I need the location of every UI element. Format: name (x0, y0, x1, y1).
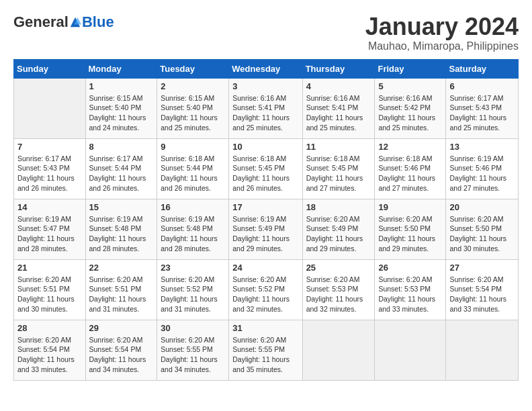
day-cell: 17Sunrise: 6:19 AMSunset: 5:49 PMDayligh… (229, 199, 302, 259)
week-row-5: 28Sunrise: 6:20 AMSunset: 5:54 PMDayligh… (14, 320, 519, 380)
day-number: 11 (306, 142, 371, 152)
calendar-table: SundayMondayTuesdayWednesdayThursdayFrid… (13, 59, 519, 381)
day-number: 18 (306, 202, 371, 212)
week-row-4: 21Sunrise: 6:20 AMSunset: 5:51 PMDayligh… (14, 259, 519, 320)
day-number: 9 (161, 142, 225, 152)
header-cell-monday: Monday (85, 59, 157, 78)
day-number: 12 (378, 142, 442, 152)
day-info: Sunrise: 6:20 AMSunset: 5:53 PMDaylight:… (378, 275, 442, 314)
day-cell: 14Sunrise: 6:19 AMSunset: 5:47 PMDayligh… (14, 199, 86, 259)
day-info: Sunrise: 6:19 AMSunset: 5:48 PMDaylight:… (89, 214, 154, 254)
header-cell-wednesday: Wednesday (229, 59, 302, 78)
day-number: 27 (449, 263, 515, 273)
day-number: 13 (449, 142, 515, 152)
day-cell: 21Sunrise: 6:20 AMSunset: 5:51 PMDayligh… (14, 259, 86, 320)
day-number: 21 (17, 263, 82, 273)
day-cell: 1Sunrise: 6:15 AMSunset: 5:40 PMDaylight… (85, 78, 157, 138)
day-cell: 20Sunrise: 6:20 AMSunset: 5:50 PMDayligh… (446, 199, 519, 259)
day-cell: 22Sunrise: 6:20 AMSunset: 5:51 PMDayligh… (85, 259, 157, 320)
logo-blue-text: Blue (82, 13, 114, 31)
header-cell-friday: Friday (375, 59, 446, 78)
day-cell: 31Sunrise: 6:20 AMSunset: 5:55 PMDayligh… (229, 320, 302, 380)
day-info: Sunrise: 6:17 AMSunset: 5:43 PMDaylight:… (449, 93, 515, 133)
day-info: Sunrise: 6:20 AMSunset: 5:50 PMDaylight:… (449, 214, 515, 254)
day-number: 1 (89, 81, 154, 91)
day-number: 3 (232, 81, 298, 91)
day-cell: 9Sunrise: 6:18 AMSunset: 5:44 PMDaylight… (157, 138, 229, 199)
day-number: 26 (378, 263, 442, 273)
day-cell (302, 320, 375, 380)
day-cell: 15Sunrise: 6:19 AMSunset: 5:48 PMDayligh… (85, 199, 157, 259)
day-cell: 30Sunrise: 6:20 AMSunset: 5:55 PMDayligh… (157, 320, 229, 380)
day-number: 16 (161, 202, 225, 212)
day-number: 5 (378, 81, 442, 91)
header-cell-thursday: Thursday (302, 59, 375, 78)
header-cell-tuesday: Tuesday (157, 59, 229, 78)
day-info: Sunrise: 6:20 AMSunset: 5:52 PMDaylight:… (161, 275, 225, 314)
day-cell: 2Sunrise: 6:15 AMSunset: 5:40 PMDaylight… (157, 78, 229, 138)
day-info: Sunrise: 6:18 AMSunset: 5:45 PMDaylight:… (306, 154, 371, 193)
day-number: 28 (17, 323, 82, 333)
logo-general-text: General (13, 13, 69, 31)
day-number: 4 (306, 81, 371, 91)
day-cell: 8Sunrise: 6:17 AMSunset: 5:44 PMDaylight… (85, 138, 157, 199)
day-info: Sunrise: 6:19 AMSunset: 5:46 PMDaylight:… (449, 154, 515, 193)
day-info: Sunrise: 6:18 AMSunset: 5:45 PMDaylight:… (232, 154, 298, 193)
day-number: 20 (449, 202, 515, 212)
day-cell: 10Sunrise: 6:18 AMSunset: 5:45 PMDayligh… (229, 138, 302, 199)
day-info: Sunrise: 6:20 AMSunset: 5:55 PMDaylight:… (161, 335, 225, 375)
day-info: Sunrise: 6:17 AMSunset: 5:44 PMDaylight:… (89, 154, 154, 193)
day-cell: 4Sunrise: 6:16 AMSunset: 5:41 PMDaylight… (302, 78, 375, 138)
day-info: Sunrise: 6:16 AMSunset: 5:41 PMDaylight:… (306, 93, 371, 133)
day-cell: 16Sunrise: 6:19 AMSunset: 5:48 PMDayligh… (157, 199, 229, 259)
day-number: 7 (17, 142, 82, 152)
day-info: Sunrise: 6:16 AMSunset: 5:42 PMDaylight:… (378, 93, 442, 133)
day-cell (446, 320, 519, 380)
day-cell (14, 78, 86, 138)
day-number: 14 (17, 202, 82, 212)
calendar-body: 1Sunrise: 6:15 AMSunset: 5:40 PMDaylight… (14, 78, 519, 380)
day-cell: 18Sunrise: 6:20 AMSunset: 5:49 PMDayligh… (302, 199, 375, 259)
day-cell (375, 320, 446, 380)
header-cell-sunday: Sunday (14, 59, 86, 78)
day-number: 19 (378, 202, 442, 212)
header-cell-saturday: Saturday (446, 59, 519, 78)
location-subtitle: Mauhao, Mimaropa, Philippines (365, 40, 519, 52)
day-cell: 24Sunrise: 6:20 AMSunset: 5:52 PMDayligh… (229, 259, 302, 320)
week-row-2: 7Sunrise: 6:17 AMSunset: 5:43 PMDaylight… (14, 138, 519, 199)
calendar-header: SundayMondayTuesdayWednesdayThursdayFrid… (14, 59, 519, 78)
day-cell: 5Sunrise: 6:16 AMSunset: 5:42 PMDaylight… (375, 78, 446, 138)
day-info: Sunrise: 6:20 AMSunset: 5:55 PMDaylight:… (232, 335, 298, 375)
day-cell: 19Sunrise: 6:20 AMSunset: 5:50 PMDayligh… (375, 199, 446, 259)
day-number: 24 (232, 263, 298, 273)
day-cell: 28Sunrise: 6:20 AMSunset: 5:54 PMDayligh… (14, 320, 86, 380)
day-number: 30 (161, 323, 225, 333)
day-info: Sunrise: 6:20 AMSunset: 5:54 PMDaylight:… (449, 275, 515, 314)
day-cell: 29Sunrise: 6:20 AMSunset: 5:54 PMDayligh… (85, 320, 157, 380)
day-info: Sunrise: 6:20 AMSunset: 5:53 PMDaylight:… (306, 275, 371, 314)
day-number: 31 (232, 323, 298, 333)
day-info: Sunrise: 6:20 AMSunset: 5:51 PMDaylight:… (17, 275, 82, 314)
day-info: Sunrise: 6:20 AMSunset: 5:54 PMDaylight:… (17, 335, 82, 375)
header-row: SundayMondayTuesdayWednesdayThursdayFrid… (14, 59, 519, 78)
day-cell: 23Sunrise: 6:20 AMSunset: 5:52 PMDayligh… (157, 259, 229, 320)
day-number: 17 (232, 202, 298, 212)
day-info: Sunrise: 6:15 AMSunset: 5:40 PMDaylight:… (161, 93, 225, 133)
day-info: Sunrise: 6:20 AMSunset: 5:50 PMDaylight:… (378, 214, 442, 254)
logo: General Blue (13, 13, 114, 31)
week-row-3: 14Sunrise: 6:19 AMSunset: 5:47 PMDayligh… (14, 199, 519, 259)
logo-icon (69, 16, 81, 28)
day-cell: 12Sunrise: 6:18 AMSunset: 5:46 PMDayligh… (375, 138, 446, 199)
day-number: 10 (232, 142, 298, 152)
page-header: General Blue January 2024 Mauhao, Mimaro… (13, 13, 519, 52)
day-info: Sunrise: 6:18 AMSunset: 5:46 PMDaylight:… (378, 154, 442, 193)
day-info: Sunrise: 6:20 AMSunset: 5:54 PMDaylight:… (89, 335, 154, 375)
day-cell: 6Sunrise: 6:17 AMSunset: 5:43 PMDaylight… (446, 78, 519, 138)
day-info: Sunrise: 6:16 AMSunset: 5:41 PMDaylight:… (232, 93, 298, 133)
day-info: Sunrise: 6:15 AMSunset: 5:40 PMDaylight:… (89, 93, 154, 133)
day-info: Sunrise: 6:20 AMSunset: 5:51 PMDaylight:… (89, 275, 154, 314)
day-cell: 26Sunrise: 6:20 AMSunset: 5:53 PMDayligh… (375, 259, 446, 320)
week-row-1: 1Sunrise: 6:15 AMSunset: 5:40 PMDaylight… (14, 78, 519, 138)
month-title: January 2024 (365, 13, 519, 40)
day-info: Sunrise: 6:20 AMSunset: 5:52 PMDaylight:… (232, 275, 298, 314)
